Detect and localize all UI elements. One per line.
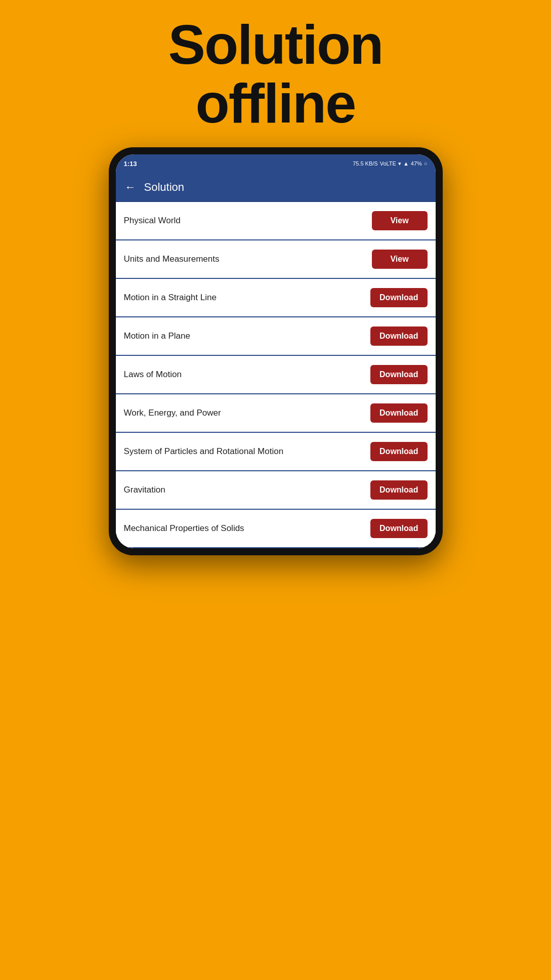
list-item: Mechanical Properties of SolidsDownload	[116, 510, 436, 548]
list-item: GravitationDownload	[116, 471, 436, 510]
list-item: Work, Energy, and PowerDownload	[116, 394, 436, 433]
download-button[interactable]: Download	[370, 288, 427, 307]
view-button[interactable]: View	[372, 211, 428, 230]
item-title: Motion in a Straight Line	[124, 292, 371, 303]
item-title: Gravitation	[124, 484, 371, 496]
phone-frame: 1:13 75.5 KB/S VoLTE ▾ ▲ 47% ○ ← Solutio…	[109, 147, 443, 555]
download-button[interactable]: Download	[370, 326, 427, 346]
download-button[interactable]: Download	[370, 442, 427, 461]
wifi-icon: ▾	[398, 160, 401, 167]
battery-level: 47%	[411, 160, 422, 167]
list-item: Units and MeasurementsView	[116, 240, 436, 279]
hero-title: Solution offline	[168, 15, 383, 132]
signal-icon: ▲	[403, 160, 409, 167]
status-time: 1:13	[124, 160, 137, 168]
list-item: Motion in a PlaneDownload	[116, 317, 436, 356]
download-button[interactable]: Download	[370, 403, 427, 423]
battery-icon: ○	[424, 160, 428, 167]
view-button[interactable]: View	[372, 250, 428, 269]
list-item: System of Particles and Rotational Motio…	[116, 433, 436, 471]
download-button[interactable]: Download	[370, 365, 427, 384]
network-type: VoLTE	[380, 160, 396, 167]
back-button[interactable]: ←	[125, 181, 136, 194]
phone-screen: 1:13 75.5 KB/S VoLTE ▾ ▲ 47% ○ ← Solutio…	[116, 154, 436, 548]
list-item: Motion in a Straight LineDownload	[116, 279, 436, 317]
content-area: Physical WorldViewUnits and Measurements…	[116, 202, 436, 548]
item-title: Physical World	[124, 215, 372, 226]
download-button[interactable]: Download	[370, 480, 427, 500]
item-title: Work, Energy, and Power	[124, 407, 371, 419]
item-title: Mechanical Properties of Solids	[124, 523, 371, 534]
status-icons: 75.5 KB/S VoLTE ▾ ▲ 47% ○	[353, 160, 427, 167]
list-item: Laws of MotionDownload	[116, 356, 436, 394]
item-title: Motion in a Plane	[124, 331, 371, 342]
status-bar: 1:13 75.5 KB/S VoLTE ▾ ▲ 47% ○	[116, 154, 436, 173]
app-bar-title: Solution	[144, 181, 185, 194]
download-button[interactable]: Download	[370, 519, 427, 538]
app-bar: ← Solution	[116, 173, 436, 202]
list-item: Physical WorldView	[116, 202, 436, 240]
item-title: System of Particles and Rotational Motio…	[124, 446, 371, 457]
network-speed: 75.5 KB/S	[353, 160, 378, 167]
item-title: Units and Measurements	[124, 254, 372, 265]
item-title: Laws of Motion	[124, 369, 371, 380]
